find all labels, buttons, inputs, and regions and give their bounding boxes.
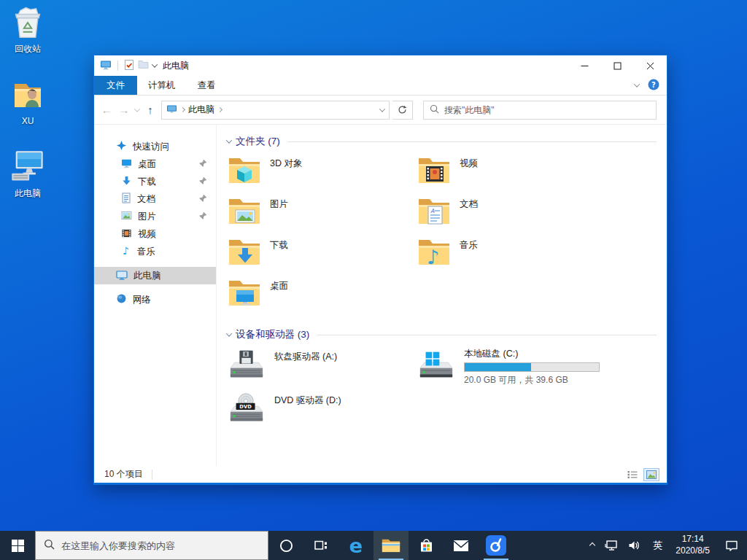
- refresh-button[interactable]: [392, 101, 413, 120]
- sidebar-item-music[interactable]: ♪ 音乐: [94, 243, 216, 260]
- file-explorer-button[interactable]: [374, 531, 409, 560]
- new-folder-icon[interactable]: [138, 60, 149, 71]
- network-globe-icon: [116, 293, 127, 306]
- volume-icon[interactable]: [623, 531, 646, 560]
- drive-label: 本地磁盘 (C:): [464, 348, 600, 360]
- downloads-folder-icon: [228, 236, 261, 271]
- svg-text:♪: ♪: [123, 245, 129, 256]
- collapse-group-chevron-icon[interactable]: [226, 330, 232, 336]
- music-folder-icon: ♪: [417, 236, 451, 271]
- breadcrumb[interactable]: 此电脑: [188, 104, 214, 116]
- close-button[interactable]: [634, 55, 667, 76]
- folder-tile-documents[interactable]: A 文档: [417, 195, 607, 236]
- edge-button[interactable]: e: [338, 531, 374, 560]
- explorer-search-input[interactable]: [444, 105, 650, 115]
- sidebar-item-pictures[interactable]: 图片: [94, 208, 216, 225]
- taskbar-search-input[interactable]: [61, 540, 260, 551]
- svg-text:DVD: DVD: [239, 404, 252, 410]
- desktop-icon-label: 此电脑: [15, 187, 41, 200]
- sidebar-item-downloads[interactable]: 下载: [94, 173, 216, 190]
- minimize-button[interactable]: [568, 55, 601, 76]
- video-icon: [121, 228, 132, 241]
- start-button[interactable]: [0, 531, 35, 560]
- back-icon[interactable]: ←: [98, 104, 115, 116]
- todesk-icon: [486, 535, 506, 556]
- tray-expand-button[interactable]: [585, 531, 600, 560]
- recycle-bin-icon: [11, 6, 44, 42]
- folders-grid: 3D 对象 视频 图片: [228, 155, 657, 318]
- expand-ribbon-chevron-icon[interactable]: [634, 81, 640, 87]
- mail-button[interactable]: [444, 531, 479, 560]
- details-view-button[interactable]: [624, 468, 640, 481]
- picture-icon: [121, 211, 132, 222]
- taskbar-clock[interactable]: 17:14 2020/8/5: [669, 531, 716, 560]
- folder-tile-desktop[interactable]: 桌面: [228, 277, 417, 318]
- pictures-folder-icon: [228, 195, 261, 230]
- pin-icon: [199, 194, 207, 204]
- customize-qat-chevron-icon[interactable]: [152, 61, 158, 67]
- help-icon[interactable]: ?: [648, 79, 659, 93]
- file-explorer-icon: [382, 537, 400, 553]
- svg-text:?: ?: [651, 80, 656, 88]
- drive-tile-dvd-d[interactable]: DVD DVD 驱动器 (D:): [228, 392, 417, 435]
- breadcrumb-chevron-icon[interactable]: [180, 107, 185, 112]
- sidebar-item-quick-access[interactable]: 快速访问: [94, 138, 216, 155]
- folders-group-header[interactable]: 文件夹 (7): [227, 135, 657, 148]
- sidebar-item-documents[interactable]: 文档: [94, 190, 216, 208]
- explorer-window: 此电脑 文件 计算机 查看 ?: [93, 55, 667, 485]
- maximize-button[interactable]: [601, 55, 634, 76]
- this-pc-icon: [9, 149, 46, 186]
- disk-usage-text: 20.0 GB 可用，共 39.6 GB: [464, 374, 600, 386]
- folder-tile-pictures[interactable]: 图片: [228, 195, 417, 236]
- properties-icon[interactable]: [124, 60, 134, 72]
- items-count: 10 个项目: [104, 468, 143, 481]
- address-bar[interactable]: 此电脑: [161, 101, 390, 120]
- drive-tile-local-c[interactable]: 本地磁盘 (C:) 20.0 GB 可用，共 39.6 GB: [417, 348, 607, 392]
- recent-locations-chevron-icon[interactable]: [134, 106, 140, 112]
- devices-group-header[interactable]: 设备和驱动器 (3): [227, 328, 657, 341]
- action-center-button[interactable]: [716, 531, 747, 560]
- folder-tile-music[interactable]: ♪ 音乐: [417, 236, 607, 277]
- computer-icon: [166, 104, 177, 116]
- sidebar-item-network[interactable]: 网络: [94, 291, 216, 308]
- cortana-button[interactable]: [268, 531, 303, 560]
- task-view-button[interactable]: [303, 531, 338, 560]
- floppy-drive-icon: [228, 348, 266, 384]
- pin-icon: [199, 211, 207, 222]
- folder-tile-3d-objects[interactable]: 3D 对象: [228, 155, 417, 195]
- sidebar-item-desktop[interactable]: 桌面: [94, 155, 216, 173]
- search-icon: [430, 104, 439, 116]
- tab-view[interactable]: 查看: [187, 76, 227, 95]
- breadcrumb-chevron-icon[interactable]: [217, 107, 222, 112]
- folder-tile-downloads[interactable]: 下载: [228, 236, 417, 277]
- sidebar-item-videos[interactable]: 视频: [94, 225, 216, 243]
- collapse-group-chevron-icon[interactable]: [226, 137, 232, 143]
- network-icon[interactable]: [600, 531, 623, 560]
- forward-icon[interactable]: →: [116, 104, 132, 116]
- desktop: 回收站 XU 此电脑: [0, 0, 747, 560]
- desktop-icon-this-pc[interactable]: 此电脑: [0, 149, 55, 200]
- desktop-icon-recycle-bin[interactable]: 回收站: [0, 6, 55, 55]
- desktop-folder-icon: [228, 277, 261, 311]
- explorer-search-box[interactable]: [423, 101, 657, 120]
- title-bar[interactable]: 此电脑: [94, 55, 667, 76]
- devices-grid: 软盘驱动器 (A:) 本地磁盘 (C:) 20.0 GB 可用，共 39.6: [228, 348, 657, 435]
- store-button[interactable]: [409, 531, 444, 560]
- up-icon[interactable]: ↑: [142, 104, 158, 116]
- tab-file[interactable]: 文件: [94, 76, 137, 95]
- divider: [152, 470, 152, 480]
- clock-date: 2020/8/5: [676, 545, 710, 557]
- tab-computer[interactable]: 计算机: [137, 76, 187, 95]
- drive-tile-floppy-a[interactable]: 软盘驱动器 (A:): [228, 348, 417, 392]
- desktop-folder-icon: [121, 158, 132, 171]
- address-dropdown-chevron-icon[interactable]: [379, 106, 385, 112]
- quick-access-toolbar: [94, 60, 157, 72]
- large-icons-view-button[interactable]: [643, 468, 659, 481]
- folder-tile-videos[interactable]: 视频: [417, 155, 607, 195]
- taskbar-search-box[interactable]: [35, 531, 268, 560]
- ime-indicator[interactable]: 英: [646, 531, 669, 560]
- ribbon-tabs: 文件 计算机 查看 ?: [94, 76, 667, 96]
- sidebar-item-this-pc[interactable]: 此电脑: [94, 267, 216, 284]
- todesk-button[interactable]: [479, 531, 514, 560]
- desktop-icon-user-folder[interactable]: XU: [0, 79, 55, 126]
